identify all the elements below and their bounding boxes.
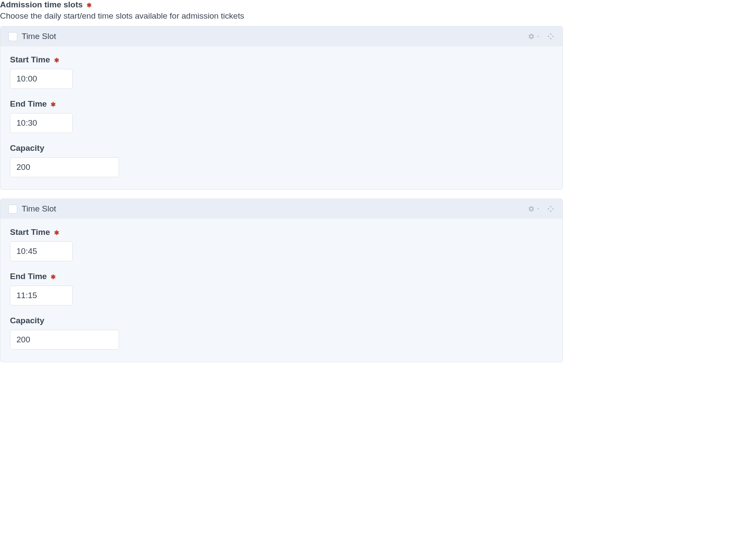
required-asterisk-icon: ✱ — [87, 2, 92, 9]
svg-point-3 — [550, 38, 551, 39]
end-time-label: End Time ✱ — [10, 272, 553, 281]
capacity-field-group: Capacity — [10, 143, 553, 177]
end-time-label-text: End Time — [10, 272, 47, 281]
start-time-label-text: Start Time — [10, 228, 50, 237]
card-title: Time Slot — [22, 204, 56, 214]
card-title: Time Slot — [22, 32, 56, 41]
card-header-right — [528, 205, 555, 213]
chevron-down-icon — [536, 34, 541, 39]
section-title: Admission time slots ✱ — [0, 0, 563, 10]
section-description: Choose the daily start/end time slots av… — [0, 11, 563, 21]
end-time-input[interactable] — [10, 286, 73, 306]
start-time-input[interactable] — [10, 241, 73, 261]
svg-point-6 — [552, 208, 554, 209]
capacity-field-group: Capacity — [10, 316, 553, 350]
svg-point-5 — [548, 208, 549, 209]
svg-point-2 — [552, 36, 554, 37]
card-body: Start Time ✱ End Time ✱ Capacity — [0, 46, 562, 189]
required-asterisk-icon: ✱ — [51, 273, 56, 280]
move-icon — [547, 205, 555, 213]
time-slot-checkbox[interactable] — [8, 205, 17, 214]
end-time-field-group: End Time ✱ — [10, 99, 553, 133]
move-handle[interactable] — [547, 32, 555, 40]
card-header-left: Time Slot — [8, 204, 56, 214]
end-time-label-text: End Time — [10, 99, 47, 108]
chevron-down-icon — [536, 206, 541, 211]
start-time-label: Start Time ✱ — [10, 228, 553, 237]
settings-dropdown-button[interactable] — [528, 33, 541, 40]
section-title-text: Admission time slots — [0, 0, 83, 9]
capacity-input[interactable] — [10, 330, 119, 350]
card-header: Time Slot — [0, 199, 562, 219]
required-asterisk-icon: ✱ — [54, 229, 59, 236]
card-body: Start Time ✱ End Time ✱ Capacity — [0, 219, 562, 362]
svg-point-1 — [548, 36, 549, 37]
settings-dropdown-button[interactable] — [528, 205, 541, 212]
end-time-field-group: End Time ✱ — [10, 272, 553, 306]
move-icon — [547, 32, 555, 40]
svg-point-7 — [550, 211, 551, 212]
card-header: Time Slot — [0, 26, 562, 46]
svg-point-0 — [550, 33, 551, 35]
required-asterisk-icon: ✱ — [51, 101, 56, 108]
card-header-left: Time Slot — [8, 32, 56, 41]
required-asterisk-icon: ✱ — [54, 57, 59, 64]
gear-icon — [528, 33, 535, 40]
time-slot-checkbox[interactable] — [8, 32, 17, 41]
time-slot-card: Time Slot — [0, 198, 563, 362]
start-time-label-text: Start Time — [10, 55, 50, 64]
card-header-right — [528, 32, 555, 40]
move-handle[interactable] — [547, 205, 555, 213]
capacity-input[interactable] — [10, 157, 119, 177]
end-time-label: End Time ✱ — [10, 99, 553, 109]
start-time-label: Start Time ✱ — [10, 55, 553, 65]
capacity-label: Capacity — [10, 316, 553, 325]
capacity-label: Capacity — [10, 143, 553, 153]
start-time-field-group: Start Time ✱ — [10, 228, 553, 261]
svg-point-4 — [550, 206, 551, 207]
time-slot-card: Time Slot — [0, 26, 563, 190]
end-time-input[interactable] — [10, 113, 73, 133]
gear-icon — [528, 205, 535, 212]
start-time-field-group: Start Time ✱ — [10, 55, 553, 89]
start-time-input[interactable] — [10, 69, 73, 89]
